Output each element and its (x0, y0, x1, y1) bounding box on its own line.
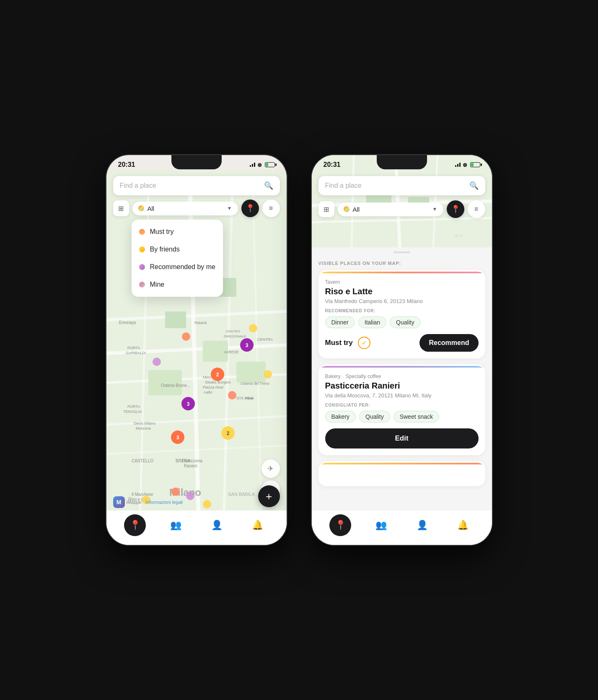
past-address: Via della Moscova, 7, 20121 Milano MI, I… (325, 392, 479, 399)
right-filter-dot (344, 206, 349, 212)
right-nav-people-icon[interactable]: 👥 (370, 514, 392, 536)
pull-handle (393, 251, 410, 253)
must-try-check[interactable]: ✓ (358, 337, 370, 349)
svg-text:Emoraya: Emoraya (119, 320, 136, 325)
svg-text:Denis Milano: Denis Milano (134, 421, 155, 425)
past-cat-specialty: Specialty coffee (346, 373, 381, 379)
past-card-inner: Bakery Specialty coffee Pasticceria Rani… (318, 368, 485, 455)
left-map-pin-btn[interactable]: 📍 (241, 200, 259, 217)
left-search-icon: 🔍 (264, 181, 273, 190)
right-nav-map-icon[interactable]: 📍 (329, 514, 351, 536)
scene: 20:31 ⊛ (0, 0, 598, 700)
right-screen: 20:31 ⊛ (312, 155, 492, 545)
svg-text:Ratanà: Ratanà (194, 321, 207, 325)
nav-profile-icon[interactable]: 👤 (206, 514, 228, 536)
right-battery-fill (471, 163, 474, 166)
left-filter-dropdown[interactable]: All ▼ (132, 202, 238, 215)
left-time: 20:31 (118, 161, 135, 169)
right-map-pin-btn[interactable]: 📍 (447, 200, 464, 218)
left-search-bar[interactable]: Find a place 🔍 (113, 176, 280, 195)
nav-bell-item[interactable]: 🔔 (247, 514, 269, 536)
right-nav-profile-icon[interactable]: 👤 (411, 514, 433, 536)
right-nav-bell-icon[interactable]: 🔔 (452, 514, 474, 536)
svg-text:Moscova: Moscova (136, 426, 151, 430)
svg-point-51 (203, 500, 211, 508)
svg-text:Osteria del Treno: Osteria del Treno (241, 381, 269, 386)
mine-dot (139, 282, 145, 288)
right-nav-map-item[interactable]: 📍 (329, 514, 351, 536)
right-filter-bar: ⊞ All ▼ 📍 ≡ (318, 200, 485, 218)
nav-bell-icon[interactable]: 🔔 (247, 514, 269, 536)
left-airplane-btn[interactable]: ✈ (261, 459, 280, 478)
svg-text:CASTELLO: CASTELLO (132, 459, 153, 463)
nav-profile-item[interactable]: 👤 (206, 514, 228, 536)
left-battery-fill (266, 163, 268, 166)
right-nav-bell-item[interactable]: 🔔 (452, 514, 474, 536)
right-nav-people-item[interactable]: 👥 (370, 514, 392, 536)
tag-sweet-snack: Sweet snack (393, 411, 439, 423)
svg-text:CENTRA: CENTRA (257, 337, 273, 342)
right-filter-sliders-icon[interactable]: ⊞ (318, 201, 334, 217)
riso-tags-row: Dinner Italian Quality (325, 316, 479, 328)
nav-map-icon[interactable]: 📍 (124, 514, 146, 536)
right-signal (455, 163, 461, 167)
visible-places-label: VISIBLE PLACES ON YOUR MAP: (318, 256, 485, 270)
dropdown-mine[interactable]: Mine (132, 276, 223, 293)
nav-people-icon[interactable]: 👥 (165, 514, 187, 536)
left-add-btn[interactable]: + (258, 485, 280, 507)
svg-rect-11 (148, 370, 182, 395)
friends-label: By friends (150, 246, 180, 253)
svg-text:GARIBALDI: GARIBALDI (126, 351, 146, 355)
right-list-btn[interactable]: ≡ (468, 200, 485, 218)
riso-footer: Must try ✓ Recommend (325, 334, 479, 352)
friends-dot (139, 246, 145, 252)
right-nav-bar: 📍 👥 👤 🔔 (312, 511, 492, 545)
svg-text:Osteria Brune...: Osteria Brune... (161, 383, 190, 388)
svg-point-43 (182, 332, 190, 341)
riso-category: Tavern (325, 279, 479, 285)
dropdown-recommended-by-me[interactable]: Recommended by me (132, 258, 223, 276)
right-status-icons: ⊛ (455, 162, 480, 168)
svg-text:05.11: 05.11 (454, 234, 463, 238)
svg-point-50 (186, 492, 194, 500)
mappe-logo: M (113, 496, 125, 508)
svg-text:3: 3 (176, 435, 179, 441)
dropdown-by-friends[interactable]: By friends (132, 241, 223, 258)
left-wifi-icon: ⊛ (257, 162, 262, 168)
tag-dinner: Dinner (325, 316, 355, 328)
right-filter-arrow: ▼ (432, 206, 437, 212)
right-filter-dropdown[interactable]: All ▼ (338, 202, 443, 216)
right-phone: 20:31 ⊛ (312, 155, 492, 545)
svg-text:Piazza Alvar: Piazza Alvar (203, 385, 224, 389)
svg-point-46 (228, 391, 236, 399)
nav-people-item[interactable]: 👥 (165, 514, 187, 536)
right-search-bar[interactable]: Find a place 🔍 (318, 176, 485, 195)
left-map: Osteria Brune... Mercato Steaks Burgers … (106, 170, 287, 545)
riso-address: Via Manfredo Camperio 6, 20123 Milano (325, 298, 479, 304)
must-try-dot (139, 229, 145, 235)
right-filter-label: All (353, 206, 360, 213)
svg-text:CENTRO: CENTRO (226, 329, 240, 333)
svg-point-45 (153, 358, 161, 366)
right-battery (470, 162, 480, 167)
left-filter-bar: ⊞ All ▼ 📍 ≡ (113, 200, 280, 217)
dropdown-must-try[interactable]: Must try (132, 223, 223, 241)
past-name: Pasticceria Ranieri (325, 381, 479, 391)
must-try-label: Must try (150, 228, 174, 236)
recommend-btn[interactable]: Recommend (419, 334, 478, 352)
left-list-btn[interactable]: ≡ (262, 200, 280, 217)
left-search-placeholder: Find a place (120, 182, 261, 189)
place-card-past: Bakery Specialty coffee Pasticceria Rani… (318, 364, 485, 455)
svg-text:Aalto: Aalto (204, 390, 212, 394)
filter-sliders-icon[interactable]: ⊞ (113, 200, 129, 216)
tag-quality-past: Quality (359, 411, 390, 423)
nav-map-item[interactable]: 📍 (124, 514, 146, 536)
right-notch (377, 155, 427, 169)
riso-name: Riso e Latte (325, 287, 479, 296)
filter-all-label: All (148, 205, 155, 212)
filter-all-dot (138, 205, 144, 211)
edit-btn[interactable]: Edit (325, 428, 479, 449)
left-signal (250, 163, 255, 167)
left-notch (171, 155, 222, 169)
right-nav-profile-item[interactable]: 👤 (411, 514, 433, 536)
